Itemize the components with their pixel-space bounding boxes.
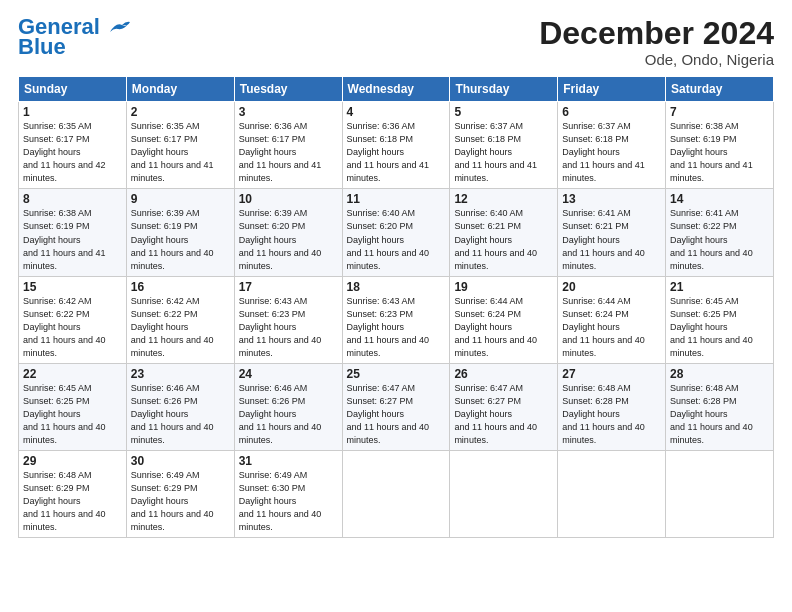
day-info: Sunrise: 6:48 AMSunset: 6:28 PMDaylight … <box>670 382 769 447</box>
day-number: 29 <box>23 454 122 468</box>
calendar-day-cell: 7 Sunrise: 6:38 AMSunset: 6:19 PMDayligh… <box>666 102 774 189</box>
calendar-day-cell <box>558 451 666 538</box>
day-info: Sunrise: 6:42 AMSunset: 6:22 PMDaylight … <box>23 295 122 360</box>
day-info: Sunrise: 6:38 AMSunset: 6:19 PMDaylight … <box>670 120 769 185</box>
calendar-day-cell <box>666 451 774 538</box>
day-info: Sunrise: 6:39 AMSunset: 6:20 PMDaylight … <box>239 207 338 272</box>
page: General Blue December 2024 Ode, Ondo, Ni… <box>0 0 792 612</box>
day-info: Sunrise: 6:40 AMSunset: 6:21 PMDaylight … <box>454 207 553 272</box>
day-number: 16 <box>131 280 230 294</box>
calendar-day-cell: 16 Sunrise: 6:42 AMSunset: 6:22 PMDaylig… <box>126 276 234 363</box>
day-info: Sunrise: 6:37 AMSunset: 6:18 PMDaylight … <box>454 120 553 185</box>
col-header-wednesday: Wednesday <box>342 77 450 102</box>
calendar-week-row: 22 Sunrise: 6:45 AMSunset: 6:25 PMDaylig… <box>19 363 774 450</box>
calendar-day-cell: 25 Sunrise: 6:47 AMSunset: 6:27 PMDaylig… <box>342 363 450 450</box>
day-number: 23 <box>131 367 230 381</box>
day-info: Sunrise: 6:49 AMSunset: 6:30 PMDaylight … <box>239 469 338 534</box>
calendar-day-cell: 1 Sunrise: 6:35 AMSunset: 6:17 PMDayligh… <box>19 102 127 189</box>
day-info: Sunrise: 6:36 AMSunset: 6:18 PMDaylight … <box>347 120 446 185</box>
day-info: Sunrise: 6:46 AMSunset: 6:26 PMDaylight … <box>239 382 338 447</box>
col-header-thursday: Thursday <box>450 77 558 102</box>
logo-bird-icon <box>108 20 130 36</box>
calendar-day-cell: 14 Sunrise: 6:41 AMSunset: 6:22 PMDaylig… <box>666 189 774 276</box>
calendar-day-cell: 9 Sunrise: 6:39 AMSunset: 6:19 PMDayligh… <box>126 189 234 276</box>
calendar-day-cell: 18 Sunrise: 6:43 AMSunset: 6:23 PMDaylig… <box>342 276 450 363</box>
day-number: 7 <box>670 105 769 119</box>
day-info: Sunrise: 6:43 AMSunset: 6:23 PMDaylight … <box>347 295 446 360</box>
day-number: 30 <box>131 454 230 468</box>
calendar-day-cell: 22 Sunrise: 6:45 AMSunset: 6:25 PMDaylig… <box>19 363 127 450</box>
day-number: 9 <box>131 192 230 206</box>
day-number: 19 <box>454 280 553 294</box>
calendar-day-cell: 28 Sunrise: 6:48 AMSunset: 6:28 PMDaylig… <box>666 363 774 450</box>
col-header-monday: Monday <box>126 77 234 102</box>
day-number: 3 <box>239 105 338 119</box>
day-info: Sunrise: 6:35 AMSunset: 6:17 PMDaylight … <box>23 120 122 185</box>
day-info: Sunrise: 6:35 AMSunset: 6:17 PMDaylight … <box>131 120 230 185</box>
calendar-week-row: 15 Sunrise: 6:42 AMSunset: 6:22 PMDaylig… <box>19 276 774 363</box>
calendar-week-row: 1 Sunrise: 6:35 AMSunset: 6:17 PMDayligh… <box>19 102 774 189</box>
day-number: 2 <box>131 105 230 119</box>
calendar-day-cell <box>342 451 450 538</box>
logo-blue: Blue <box>18 36 66 58</box>
calendar-day-cell: 3 Sunrise: 6:36 AMSunset: 6:17 PMDayligh… <box>234 102 342 189</box>
location: Ode, Ondo, Nigeria <box>539 51 774 68</box>
day-info: Sunrise: 6:45 AMSunset: 6:25 PMDaylight … <box>670 295 769 360</box>
day-number: 26 <box>454 367 553 381</box>
day-info: Sunrise: 6:40 AMSunset: 6:20 PMDaylight … <box>347 207 446 272</box>
calendar-day-cell: 27 Sunrise: 6:48 AMSunset: 6:28 PMDaylig… <box>558 363 666 450</box>
col-header-tuesday: Tuesday <box>234 77 342 102</box>
day-number: 8 <box>23 192 122 206</box>
day-info: Sunrise: 6:42 AMSunset: 6:22 PMDaylight … <box>131 295 230 360</box>
day-number: 31 <box>239 454 338 468</box>
calendar-day-cell: 20 Sunrise: 6:44 AMSunset: 6:24 PMDaylig… <box>558 276 666 363</box>
day-number: 15 <box>23 280 122 294</box>
calendar-day-cell: 4 Sunrise: 6:36 AMSunset: 6:18 PMDayligh… <box>342 102 450 189</box>
day-info: Sunrise: 6:41 AMSunset: 6:22 PMDaylight … <box>670 207 769 272</box>
calendar-day-cell: 31 Sunrise: 6:49 AMSunset: 6:30 PMDaylig… <box>234 451 342 538</box>
day-number: 11 <box>347 192 446 206</box>
day-info: Sunrise: 6:38 AMSunset: 6:19 PMDaylight … <box>23 207 122 272</box>
calendar-day-cell: 17 Sunrise: 6:43 AMSunset: 6:23 PMDaylig… <box>234 276 342 363</box>
day-number: 13 <box>562 192 661 206</box>
day-info: Sunrise: 6:48 AMSunset: 6:29 PMDaylight … <box>23 469 122 534</box>
day-number: 17 <box>239 280 338 294</box>
calendar-table: SundayMondayTuesdayWednesdayThursdayFrid… <box>18 76 774 538</box>
month-title: December 2024 <box>539 16 774 51</box>
day-number: 10 <box>239 192 338 206</box>
day-info: Sunrise: 6:46 AMSunset: 6:26 PMDaylight … <box>131 382 230 447</box>
day-number: 24 <box>239 367 338 381</box>
calendar-day-cell: 30 Sunrise: 6:49 AMSunset: 6:29 PMDaylig… <box>126 451 234 538</box>
calendar-day-cell: 24 Sunrise: 6:46 AMSunset: 6:26 PMDaylig… <box>234 363 342 450</box>
day-info: Sunrise: 6:48 AMSunset: 6:28 PMDaylight … <box>562 382 661 447</box>
calendar-day-cell: 23 Sunrise: 6:46 AMSunset: 6:26 PMDaylig… <box>126 363 234 450</box>
calendar-day-cell: 10 Sunrise: 6:39 AMSunset: 6:20 PMDaylig… <box>234 189 342 276</box>
calendar-header-row: SundayMondayTuesdayWednesdayThursdayFrid… <box>19 77 774 102</box>
col-header-saturday: Saturday <box>666 77 774 102</box>
day-info: Sunrise: 6:43 AMSunset: 6:23 PMDaylight … <box>239 295 338 360</box>
calendar-day-cell: 19 Sunrise: 6:44 AMSunset: 6:24 PMDaylig… <box>450 276 558 363</box>
calendar-day-cell: 2 Sunrise: 6:35 AMSunset: 6:17 PMDayligh… <box>126 102 234 189</box>
calendar-body: 1 Sunrise: 6:35 AMSunset: 6:17 PMDayligh… <box>19 102 774 538</box>
day-info: Sunrise: 6:41 AMSunset: 6:21 PMDaylight … <box>562 207 661 272</box>
day-number: 25 <box>347 367 446 381</box>
calendar-day-cell <box>450 451 558 538</box>
logo: General Blue <box>18 16 130 58</box>
day-number: 12 <box>454 192 553 206</box>
day-number: 22 <box>23 367 122 381</box>
day-info: Sunrise: 6:36 AMSunset: 6:17 PMDaylight … <box>239 120 338 185</box>
day-info: Sunrise: 6:44 AMSunset: 6:24 PMDaylight … <box>562 295 661 360</box>
calendar-day-cell: 29 Sunrise: 6:48 AMSunset: 6:29 PMDaylig… <box>19 451 127 538</box>
day-info: Sunrise: 6:45 AMSunset: 6:25 PMDaylight … <box>23 382 122 447</box>
calendar-week-row: 29 Sunrise: 6:48 AMSunset: 6:29 PMDaylig… <box>19 451 774 538</box>
calendar-day-cell: 12 Sunrise: 6:40 AMSunset: 6:21 PMDaylig… <box>450 189 558 276</box>
calendar-day-cell: 11 Sunrise: 6:40 AMSunset: 6:20 PMDaylig… <box>342 189 450 276</box>
calendar-week-row: 8 Sunrise: 6:38 AMSunset: 6:19 PMDayligh… <box>19 189 774 276</box>
day-number: 21 <box>670 280 769 294</box>
col-header-sunday: Sunday <box>19 77 127 102</box>
day-number: 18 <box>347 280 446 294</box>
day-info: Sunrise: 6:39 AMSunset: 6:19 PMDaylight … <box>131 207 230 272</box>
header: General Blue December 2024 Ode, Ondo, Ni… <box>18 16 774 68</box>
calendar-day-cell: 5 Sunrise: 6:37 AMSunset: 6:18 PMDayligh… <box>450 102 558 189</box>
calendar-day-cell: 6 Sunrise: 6:37 AMSunset: 6:18 PMDayligh… <box>558 102 666 189</box>
